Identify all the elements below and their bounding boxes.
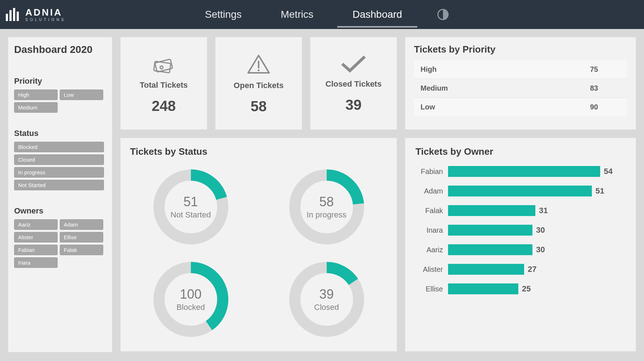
theme-toggle[interactable] (436, 8, 450, 21)
logo-icon (6, 8, 22, 21)
filter-pill-status[interactable]: Closed (14, 154, 104, 165)
owner-bar-fill (448, 264, 524, 275)
owner-title: Tickets by Owner (415, 146, 626, 157)
kpi-closed-tickets: Closed Tickets 39 (310, 37, 397, 130)
priority-row-label: High (414, 60, 584, 79)
check-icon (340, 55, 367, 75)
status-donut: 100Blocked (130, 255, 251, 344)
filter-panel: Dashboard 2020 Priority HighLowMedium St… (8, 37, 112, 352)
status-donut-value: 39 (314, 287, 339, 302)
nav-settings[interactable]: Settings (185, 0, 261, 29)
status-donut: 39Closed (266, 255, 387, 344)
priority-row-label: Low (414, 98, 584, 117)
kpi-open-label: Open Tickets (234, 81, 284, 90)
owner-bar-label: Aariz (415, 246, 448, 254)
status-donut: 51Not Started (130, 162, 251, 251)
filter-pill-owner[interactable]: Inara (14, 257, 58, 268)
status-donut-label: Blocked (176, 303, 205, 312)
owner-bar-row: Inara30 (415, 225, 626, 236)
top-nav: ADNIA SOLUTIONS Settings Metrics Dashboa… (0, 0, 644, 29)
status-title: Tickets by Status (130, 146, 387, 157)
brand-sub: SOLUTIONS (25, 18, 66, 22)
tickets-by-owner: Tickets by Owner Fabian54Adam51Falak31In… (405, 138, 636, 352)
nav-dashboard[interactable]: Dashboard (333, 0, 422, 29)
filter-pill-priority[interactable]: High (14, 90, 58, 100)
status-donut-label: In progress (306, 210, 346, 220)
priority-table: High75Medium83Low90 (414, 60, 627, 116)
svg-point-7 (160, 66, 163, 69)
filter-pill-owner[interactable]: Adam (60, 219, 103, 230)
filter-pill-owner[interactable]: Aariz (14, 219, 58, 230)
priority-title: Tickets by Priority (414, 44, 627, 55)
filter-pill-owner[interactable]: Fabian (14, 245, 58, 255)
filter-status: Status BlockedClosedIn progressNot Start… (14, 129, 106, 190)
filter-priority-label: Priority (14, 76, 106, 86)
filter-pill-priority[interactable]: Low (60, 90, 103, 100)
filter-pill-owner[interactable]: Alister (14, 232, 58, 242)
owner-bar-row: Fabian54 (415, 166, 626, 177)
brand-name: ADNIA (25, 8, 66, 17)
filter-pill-priority[interactable]: Medium (14, 102, 58, 113)
owner-bar-row: Adam51 (415, 186, 626, 196)
owner-bar-value: 30 (536, 245, 545, 254)
filter-pill-owner[interactable]: Falak (60, 245, 103, 255)
svg-point-9 (258, 69, 259, 71)
owner-bar-label: Adam (415, 187, 448, 195)
svg-rect-0 (6, 14, 8, 21)
kpi-total-value: 248 (152, 98, 176, 114)
contrast-icon (437, 8, 449, 21)
priority-row: High75 (414, 60, 627, 79)
kpi-open-value: 58 (251, 98, 267, 115)
priority-row-value: 90 (584, 98, 627, 117)
kpi-closed-label: Closed Tickets (326, 79, 382, 89)
brand-logo: ADNIA SOLUTIONS (6, 8, 66, 22)
filter-priority: Priority HighLowMedium (14, 76, 106, 113)
filter-owners-label: Owners (14, 206, 106, 216)
owner-bar-value: 25 (522, 284, 531, 294)
status-donut-label: Closed (314, 303, 339, 312)
tickets-by-status: Tickets by Status 51Not Started58In prog… (120, 138, 397, 352)
owner-bar-fill (448, 283, 518, 294)
kpi-closed-value: 39 (346, 97, 362, 113)
kpi-open-tickets: Open Tickets 58 (215, 37, 302, 130)
kpi-total-label: Total Tickets (140, 80, 188, 90)
owner-bar-fill (448, 244, 532, 255)
nav-tabs: Settings Metrics Dashboard (185, 0, 450, 29)
filter-owners: Owners AarizAdamAlisterElliseFabianFalak… (14, 206, 106, 268)
owner-bar-label: Fabian (415, 167, 448, 176)
status-donut-label: Not Started (171, 210, 211, 220)
svg-rect-2 (13, 8, 15, 21)
filter-pill-owner[interactable]: Ellise (60, 232, 103, 242)
owner-bar-value: 51 (595, 186, 604, 196)
owner-bar-value: 54 (604, 167, 612, 176)
priority-row: Medium83 (414, 79, 627, 98)
priority-row-value: 83 (584, 79, 627, 98)
kpi-total-tickets: Total Tickets 248 (120, 37, 207, 130)
owner-bar-label: Inara (415, 226, 448, 235)
owner-bar-fill (448, 225, 532, 236)
status-donut-value: 51 (171, 194, 211, 209)
status-donut-value: 58 (306, 194, 346, 209)
priority-row: Low90 (414, 98, 627, 117)
filter-pill-status[interactable]: Not Started (14, 180, 104, 190)
owner-bar-value: 27 (528, 265, 536, 274)
tickets-icon (151, 54, 177, 76)
dashboard-title: Dashboard 2020 (14, 44, 106, 55)
owner-bar-value: 31 (539, 206, 548, 215)
svg-rect-1 (9, 10, 12, 21)
owner-bar-value: 30 (536, 225, 545, 235)
priority-row-label: Medium (414, 79, 584, 98)
status-donut-value: 100 (176, 287, 205, 302)
priority-row-value: 75 (584, 60, 627, 79)
owner-bar-fill (448, 186, 592, 196)
filter-pill-status[interactable]: In progress (14, 167, 104, 178)
owner-bar-row: Ellise25 (415, 283, 626, 294)
owner-bar-row: Alister27 (415, 264, 626, 275)
owner-bar-label: Ellise (415, 285, 448, 293)
nav-metrics[interactable]: Metrics (261, 0, 333, 29)
owner-bar-row: Falak31 (415, 205, 626, 216)
filter-pill-status[interactable]: Blocked (14, 142, 104, 152)
filter-status-label: Status (14, 129, 106, 138)
tickets-by-priority: Tickets by Priority High75Medium83Low90 (405, 37, 636, 130)
owner-bar-label: Falak (415, 207, 448, 215)
